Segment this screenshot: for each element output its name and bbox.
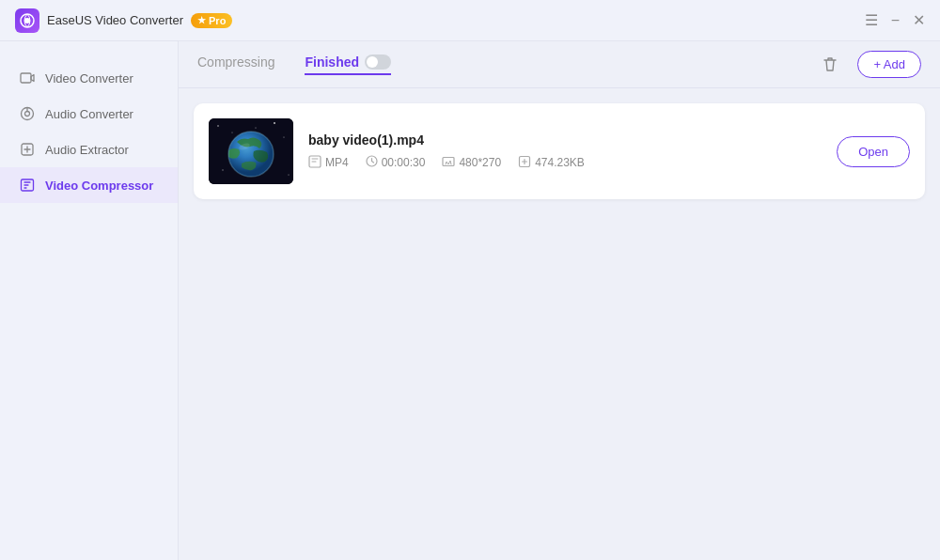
title-bar-left: EaseUS Video Converter ★ Pro — [15, 8, 232, 33]
file-format: MP4 — [325, 156, 349, 169]
trash-button[interactable] — [814, 49, 846, 81]
svg-point-13 — [222, 169, 223, 170]
clock-icon — [366, 155, 378, 170]
file-thumbnail — [209, 118, 293, 184]
svg-point-4 — [25, 112, 30, 117]
file-resolution-item: 480*270 — [442, 155, 501, 171]
close-button[interactable]: ✕ — [913, 13, 925, 28]
tabs-left: Compressing Finished — [197, 54, 391, 75]
sidebar-label-video-compressor: Video Compressor — [45, 179, 153, 193]
file-size: 474.23KB — [535, 156, 585, 169]
file-size-item: 474.23KB — [518, 155, 585, 171]
tabs-right: + Add — [814, 49, 921, 81]
resolution-icon — [442, 155, 455, 171]
size-icon — [518, 155, 531, 171]
sidebar-item-audio-extractor[interactable]: Audio Extractor — [0, 132, 178, 167]
title-bar: EaseUS Video Converter ★ Pro ☰ − ✕ — [0, 0, 940, 41]
tabs-bar: Compressing Finished + Add — [179, 41, 940, 88]
svg-rect-2 — [21, 73, 31, 83]
trash-icon — [821, 55, 839, 74]
svg-point-9 — [217, 125, 219, 127]
sidebar: Video Converter Audio Converter Audio Ex… — [0, 41, 179, 560]
open-button[interactable]: Open — [837, 136, 910, 167]
svg-point-11 — [274, 122, 275, 124]
main-layout: Video Converter Audio Converter Audio Ex… — [0, 41, 940, 560]
app-title: EaseUS Video Converter — [47, 13, 183, 27]
sidebar-label-audio-converter: Audio Converter — [45, 107, 133, 121]
add-button[interactable]: + Add — [857, 51, 921, 78]
tab-compressing[interactable]: Compressing — [197, 54, 274, 75]
file-duration-item: 00:00:30 — [366, 155, 426, 170]
svg-point-12 — [283, 136, 284, 137]
file-meta: MP4 00:00:30 — [308, 155, 822, 171]
title-bar-controls: ☰ − ✕ — [865, 13, 925, 28]
video-compressor-icon — [19, 177, 36, 194]
svg-point-15 — [255, 127, 256, 128]
file-card: baby video(1).mp4 MP4 — [194, 103, 925, 199]
tab-finished[interactable]: Finished — [305, 54, 391, 75]
svg-point-14 — [289, 175, 290, 176]
sidebar-label-video-converter: Video Converter — [45, 71, 133, 86]
sidebar-item-video-converter[interactable]: Video Converter — [0, 60, 178, 96]
app-icon — [15, 8, 39, 33]
audio-converter-icon — [19, 105, 36, 122]
minimize-button[interactable]: − — [891, 13, 900, 28]
file-resolution: 480*270 — [459, 156, 501, 169]
video-converter-icon — [19, 70, 36, 86]
file-name: baby video(1).mp4 — [308, 132, 822, 148]
pro-badge: ★ Pro — [191, 13, 232, 28]
pro-label: Pro — [209, 15, 226, 26]
audio-extractor-icon — [19, 141, 36, 158]
svg-point-10 — [231, 132, 232, 132]
file-duration: 00:00:30 — [382, 156, 426, 169]
file-list-area: baby video(1).mp4 MP4 — [179, 88, 940, 560]
file-info: baby video(1).mp4 MP4 — [308, 132, 822, 171]
svg-point-1 — [24, 18, 30, 23]
file-format-item: MP4 — [308, 155, 349, 171]
menu-button[interactable]: ☰ — [865, 13, 878, 28]
sidebar-label-audio-extractor: Audio Extractor — [45, 143, 129, 157]
finished-toggle[interactable] — [365, 54, 391, 70]
format-icon — [308, 155, 321, 171]
content-area: Compressing Finished + Add — [179, 41, 940, 560]
pro-star-icon: ★ — [197, 15, 206, 25]
sidebar-item-video-compressor[interactable]: Video Compressor — [0, 167, 178, 203]
sidebar-item-audio-converter[interactable]: Audio Converter — [0, 96, 178, 132]
